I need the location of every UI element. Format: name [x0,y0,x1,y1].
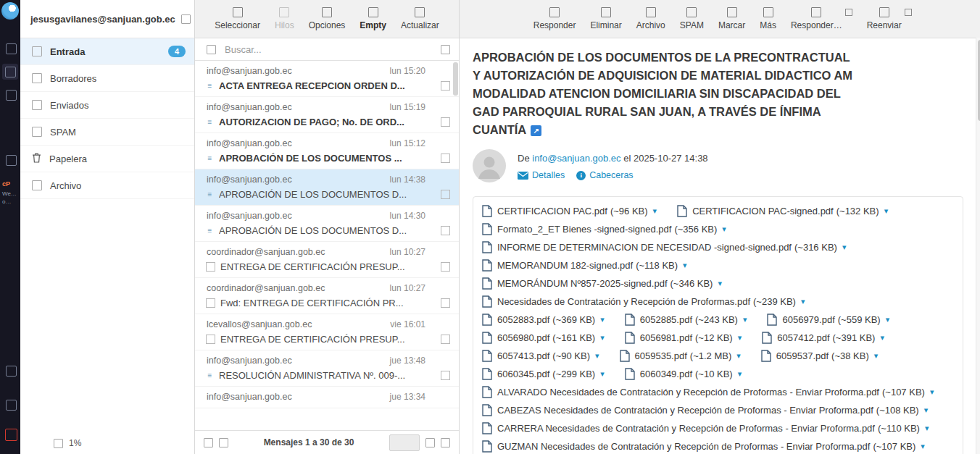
attachment-menu-caret[interactable] [880,333,884,342]
list-scrollbar[interactable] [453,62,458,222]
rail-icon-2[interactable] [5,67,16,77]
flag-checkbox[interactable] [441,335,450,344]
attachment-item[interactable]: Formato_2_ET Bienes -signed-signed.pdf(~… [482,223,726,235]
attachment-item[interactable]: 6052885.pdf(~243 KB) [625,314,747,326]
attachment-item[interactable]: CERTIFICACION PAC-signed.pdf(~132 KB) [677,205,888,217]
attachment-menu-caret[interactable] [930,387,934,397]
attachment-item[interactable]: 6056980.pdf(~161 KB) [482,332,605,344]
attachment-item[interactable]: 6057412.pdf(~391 KB) [762,332,884,344]
attachment-menu-caret[interactable] [653,206,657,216]
message-row[interactable]: info@sanjuan.gob.eclun 15:19AUTORIZACION… [195,97,459,133]
mail-toolbar-responder[interactable]: Responder… [791,7,852,30]
message-row[interactable]: info@sanjuan.gob.ecjue 13:34 [195,387,459,408]
sidebar-item-enviados[interactable]: Enviados [20,92,194,119]
flag-checkbox[interactable] [441,190,450,199]
mail-toolbar-spam[interactable]: SPAM [680,7,704,30]
attachment-item[interactable]: ALVARADO Necesidades de Contratación y R… [482,386,934,398]
attachment-item[interactable]: CERTIFICACION PAC.pdf(~96 KB) [482,205,657,217]
attachment-item[interactable]: MEMORÁNDUM Nº857-2025-signed.pdf(~346 KB… [482,277,722,290]
list-toolbar-hilos[interactable]: Hilos [275,7,294,30]
page-first-icon[interactable] [204,438,213,447]
hilos-button[interactable]: Hilos [275,7,294,30]
sidebar-item-archivo[interactable]: Archivo [20,172,194,199]
reading-scrollbar[interactable] [976,38,980,454]
message-row[interactable]: info@sanjuan.gob.ecjue 13:48RESOLUCIÓN A… [195,350,459,387]
flag-checkbox[interactable] [441,154,450,163]
mail-toolbar-archivo[interactable]: Archivo [636,7,665,30]
mail-toolbar-responder[interactable]: Responder [533,7,576,30]
attachment-item[interactable]: 6052883.pdf(~369 KB) [482,314,605,326]
message-checkbox[interactable] [206,335,215,344]
attachment-menu-caret[interactable] [886,315,890,324]
account-header[interactable]: jesusgavilanes@sanjuan.gob.ec [20,0,194,38]
page-next-icon[interactable] [425,438,435,447]
list-toolbar-opciones[interactable]: Opciones [309,7,346,30]
attachment-menu-caret[interactable] [736,351,741,361]
list-toolbar-empty[interactable]: Empty [360,7,386,30]
spam-button[interactable]: SPAM [680,7,704,30]
attachment-item[interactable]: 6056981.pdf(~12 KB) [625,332,742,344]
attachment-menu-caret[interactable] [924,405,929,415]
message-row[interactable]: info@sanjuan.gob.eclun 15:12APROBACIÓN D… [195,133,459,169]
flag-checkbox[interactable] [441,262,450,272]
flag-checkbox[interactable] [441,298,450,308]
sender-email-link[interactable]: info@sanjuan.gob.ec [532,153,620,164]
mas-button[interactable]: Más [760,7,776,30]
rail-cp-label[interactable]: cP [2,180,10,188]
responder-button[interactable]: Responder [533,7,576,30]
attachment-menu-caret[interactable] [595,351,599,361]
flag-checkbox[interactable] [441,371,450,380]
responder-dropdown-icon[interactable] [845,9,852,16]
attachment-menu-caret[interactable] [738,369,742,379]
attachment-item[interactable]: INFORME DE DETERMINACION DE NECESIDAD -s… [482,241,846,253]
attachment-item[interactable]: 6060349.pdf(~10 KB) [625,368,742,380]
sidebar-item-borradores[interactable]: Borradores [20,65,194,92]
attachment-menu-caret[interactable] [722,224,726,234]
sidebar-item-papelera[interactable]: Papelera [20,146,194,172]
list-toolbar-seleccionar[interactable]: Seleccionar [215,7,260,30]
message-row[interactable]: coordinador@sanjuan.gob.eclun 10:27ENTRE… [195,242,459,278]
reenviar-button[interactable]: Reenviar [867,7,902,30]
attachment-item[interactable]: Necesidades de Contratación y Recepción … [482,295,805,308]
flag-checkbox[interactable] [441,81,450,91]
list-scrollbar-thumb[interactable] [453,62,458,96]
app-logo-icon[interactable] [1,2,19,20]
mail-toolbar-marcar[interactable]: Marcar [718,7,745,30]
message-row[interactable]: lcevallos@sanjuan.gob.ecvie 16:01ENTREGA… [195,314,459,350]
opciones-button[interactable]: Opciones [309,7,346,30]
headers-button[interactable]: Cabeceras [576,170,633,180]
attachment-menu-caret[interactable] [600,315,605,324]
marcar-button[interactable]: Marcar [718,7,745,30]
actualizar-button[interactable]: Actualizar [401,7,439,30]
attachment-menu-caret[interactable] [600,333,605,342]
attachment-item[interactable]: 6060345.pdf(~299 KB) [482,368,605,380]
reenviar-dropdown-icon[interactable] [905,9,912,16]
flag-checkbox[interactable] [441,117,450,127]
attachment-menu-caret[interactable] [801,297,805,306]
attachment-menu-caret[interactable] [683,261,687,270]
mail-toolbar-mas[interactable]: Más [760,7,776,30]
attachment-item[interactable]: MEMORANDUM 182-signed.pdf(~118 KB) [482,259,687,272]
open-in-new-window-icon[interactable] [531,125,541,136]
attachment-menu-caret[interactable] [842,243,847,252]
rail-icon-7[interactable] [5,429,17,441]
page-last-icon[interactable] [441,438,450,447]
attachment-item[interactable]: 6059537.pdf(~38 KB) [761,350,879,362]
attachment-menu-caret[interactable] [884,206,889,216]
list-toolbar-actualizar[interactable]: Actualizar [401,7,439,30]
message-checkbox[interactable] [206,262,215,272]
search-input[interactable] [223,43,433,56]
archivo-button[interactable]: Archivo [636,7,665,30]
message-row[interactable]: info@sanjuan.gob.eclun 15:20ACTA ENTREGA… [195,61,459,97]
message-row[interactable]: info@sanjuan.gob.eclun 14:38APROBACIÓN D… [195,169,459,206]
rail-icon-4[interactable] [6,155,17,166]
page-number-input[interactable] [389,434,420,451]
responder-button[interactable]: Responder… [791,7,842,30]
sidebar-item-spam[interactable]: SPAM [20,119,194,146]
flag-checkbox[interactable] [441,226,450,235]
empty-button[interactable]: Empty [360,7,386,30]
attachment-menu-caret[interactable] [600,369,605,379]
mail-toolbar-reenviar[interactable]: Reenviar [867,7,912,30]
select-all-checkbox[interactable] [207,45,216,54]
search-options-icon[interactable] [441,45,450,54]
